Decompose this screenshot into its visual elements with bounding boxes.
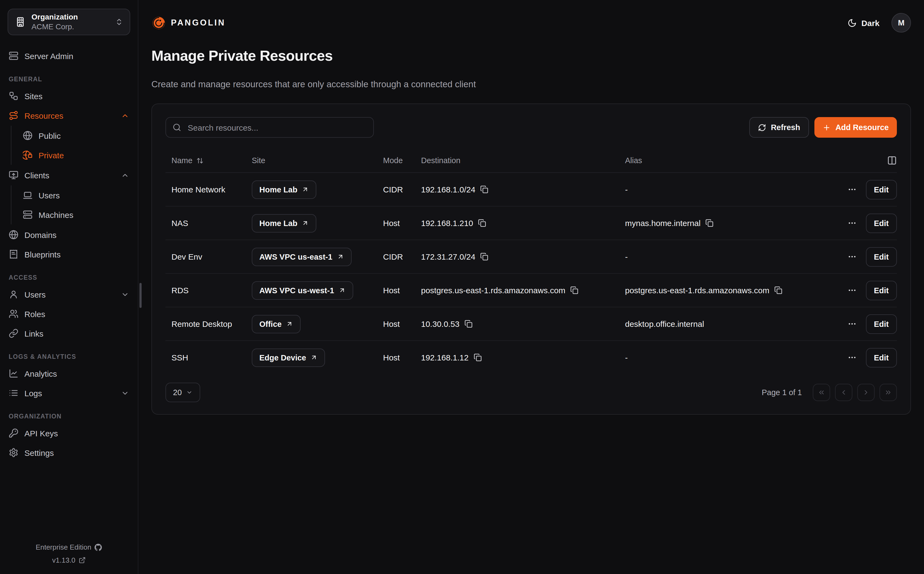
destination-copy-icon[interactable]: [480, 252, 488, 261]
brand[interactable]: PANGOLIN: [151, 16, 225, 30]
row-actions: Edit: [815, 314, 897, 334]
sidebar-item-public[interactable]: Public: [11, 126, 138, 145]
ellipsis-icon[interactable]: [847, 353, 856, 362]
sidebar-item-resources[interactable]: Resources: [0, 106, 138, 125]
arrow-up-right-icon: [339, 287, 346, 294]
add-resource-label: Add Resource: [835, 123, 889, 132]
columns-icon[interactable]: [887, 156, 897, 165]
sidebar-item-sites[interactable]: Sites: [0, 87, 138, 105]
site-link-button[interactable]: AWS VPC us-west-1: [252, 281, 353, 300]
edit-button[interactable]: Edit: [865, 281, 897, 300]
edit-button[interactable]: Edit: [865, 213, 897, 233]
ellipsis-icon[interactable]: [847, 185, 856, 194]
clients-subnav: Users Machines: [11, 185, 138, 224]
site-link-button[interactable]: Home Lab: [252, 180, 316, 199]
site-cell: AWS VPC us-west-1: [252, 281, 383, 300]
table-row: Remote Desktop Office Host 10.30.0.53 de…: [166, 307, 897, 341]
destination-copy-icon[interactable]: [480, 185, 488, 194]
avatar[interactable]: M: [891, 13, 911, 33]
sidebar-item-server-admin[interactable]: Server Admin: [0, 47, 138, 65]
chart-line-icon: [9, 369, 19, 378]
sidebar-item-domains[interactable]: Domains: [0, 226, 138, 244]
ellipsis-icon[interactable]: [847, 319, 856, 328]
destination-cell: postgres.us-east-1.rds.amazonaws.com: [421, 285, 625, 295]
sidebar-item-blueprints[interactable]: Blueprints: [0, 245, 138, 263]
link-icon: [9, 328, 19, 338]
site-link-button[interactable]: Office: [252, 315, 301, 333]
chevron-up-icon[interactable]: [121, 111, 129, 120]
receipt-icon: [9, 249, 19, 259]
sidebar-item-users[interactable]: Users: [0, 285, 138, 304]
list-icon: [9, 388, 19, 398]
add-resource-button[interactable]: Add Resource: [814, 117, 897, 138]
sidebar-item-settings[interactable]: Settings: [0, 443, 138, 462]
resource-name-cell: Home Network: [166, 185, 252, 194]
theme-toggle[interactable]: Dark: [847, 18, 880, 27]
sidebar-item-client-machines[interactable]: Machines: [11, 205, 138, 224]
gear-icon: [9, 448, 19, 457]
edit-button[interactable]: Edit: [865, 348, 897, 367]
row-actions: Edit: [815, 348, 897, 367]
column-header-name[interactable]: Name: [166, 156, 252, 165]
ellipsis-icon[interactable]: [847, 252, 856, 261]
search-input[interactable]: [187, 122, 367, 132]
arrow-up-down-icon[interactable]: [196, 157, 203, 164]
app: Organization ACME Corp. Server Admin GEN…: [0, 0, 924, 574]
globe-icon: [23, 131, 33, 140]
sidebar-item-api-keys[interactable]: API Keys: [0, 424, 138, 442]
sidebar-item-clients[interactable]: Clients: [0, 166, 138, 184]
edit-button[interactable]: Edit: [865, 180, 897, 199]
edit-button[interactable]: Edit: [865, 247, 897, 266]
resources-table: Name Site Mode Destination Alias Home Ne…: [166, 148, 897, 374]
table-row: Home Network Home Lab CIDR 192.168.1.0/2…: [166, 173, 897, 206]
row-actions: Edit: [815, 180, 897, 199]
server-icon: [9, 51, 19, 61]
sidebar-item-private[interactable]: Private: [11, 146, 138, 164]
topbar-right: Dark M: [847, 13, 911, 33]
avatar-initial: M: [898, 19, 905, 27]
table-row: NAS Home Lab Host 192.168.1.210 mynas.ho…: [166, 206, 897, 240]
ellipsis-icon[interactable]: [847, 218, 856, 228]
destination-cell: 192.168.1.210: [421, 218, 625, 228]
page-size-select[interactable]: 20: [166, 383, 200, 402]
sidebar-item-roles[interactable]: Roles: [0, 304, 138, 323]
resource-name-cell: RDS: [166, 285, 252, 295]
pagination: 20 Page 1 of 1: [166, 383, 897, 402]
ellipsis-icon[interactable]: [847, 285, 856, 295]
first-page-button[interactable]: [813, 384, 830, 401]
sidebar-scrollbar-thumb[interactable]: [139, 283, 142, 308]
chevron-left-icon: [840, 389, 848, 396]
sidebar-item-logs[interactable]: Logs: [0, 384, 138, 402]
chevron-up-icon[interactable]: [121, 171, 129, 179]
next-page-button[interactable]: [857, 384, 875, 401]
edition-line[interactable]: Enterprise Edition: [0, 541, 138, 554]
prev-page-button[interactable]: [835, 384, 852, 401]
sidebar-item-client-users[interactable]: Users: [11, 186, 138, 204]
sidebar-footer: Enterprise Edition v1.13.0: [0, 541, 138, 566]
site-link-button[interactable]: Home Lab: [252, 214, 316, 232]
chevrons-up-down-icon: [115, 18, 123, 26]
chevron-down-icon[interactable]: [121, 290, 129, 298]
chevron-down-icon[interactable]: [121, 389, 129, 397]
sidebar-item-links[interactable]: Links: [0, 324, 138, 342]
github-icon: [95, 544, 102, 551]
site-link-button[interactable]: AWS VPC us-east-1: [252, 248, 351, 266]
alias-copy-icon[interactable]: [774, 286, 782, 294]
org-selector[interactable]: Organization ACME Corp.: [8, 9, 130, 35]
refresh-icon: [758, 123, 766, 131]
sidebar-item-analytics[interactable]: Analytics: [0, 364, 138, 383]
refresh-button[interactable]: Refresh: [749, 117, 809, 138]
last-page-button[interactable]: [880, 384, 897, 401]
version-line[interactable]: v1.13.0: [0, 554, 138, 566]
search-box: [166, 117, 374, 138]
mode-cell: Host: [383, 353, 421, 362]
alias-copy-icon[interactable]: [705, 219, 714, 227]
site-link-button[interactable]: Edge Device: [252, 348, 325, 367]
destination-copy-icon[interactable]: [464, 320, 473, 328]
destination-copy-icon[interactable]: [478, 219, 486, 227]
edit-button[interactable]: Edit: [865, 314, 897, 334]
site-cell: AWS VPC us-east-1: [252, 248, 383, 266]
destination-copy-icon[interactable]: [473, 353, 481, 361]
table-row: RDS AWS VPC us-west-1 Host postgres.us-e…: [166, 273, 897, 307]
destination-copy-icon[interactable]: [570, 286, 578, 294]
